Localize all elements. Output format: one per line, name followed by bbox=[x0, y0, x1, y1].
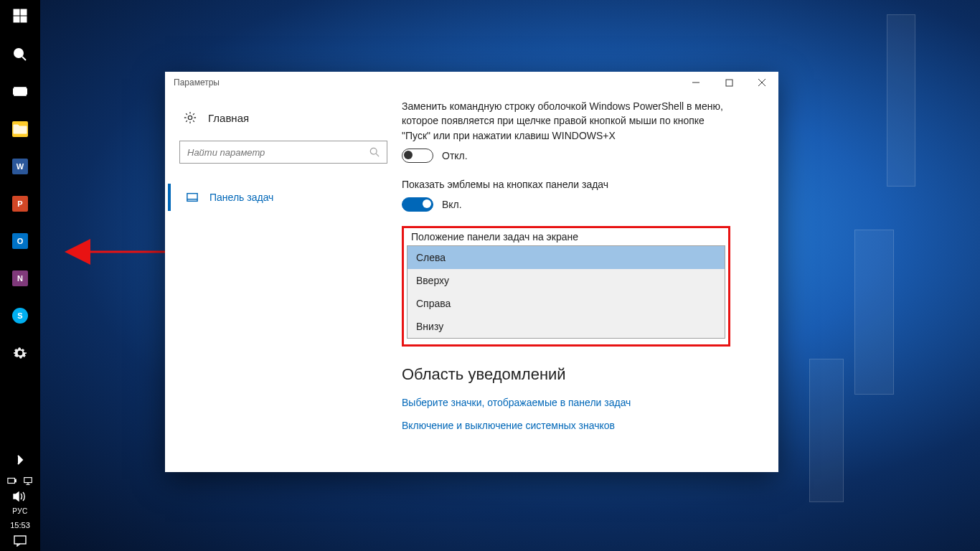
link-system-icons[interactable]: Включение и выключение системных значков bbox=[402, 420, 755, 431]
settings-sidebar: Главная Панель задач bbox=[165, 93, 402, 472]
svg-rect-25 bbox=[187, 194, 197, 202]
svg-rect-10 bbox=[15, 479, 17, 482]
desktop: W P O N S РУС bbox=[0, 0, 980, 551]
position-label: Положение панели задач на экране bbox=[407, 231, 725, 245]
word-icon: W bbox=[12, 159, 28, 174]
settings-window: Параметры Глав bbox=[165, 72, 778, 472]
onenote-button[interactable]: N bbox=[0, 264, 40, 293]
chevron-right-icon bbox=[13, 453, 27, 467]
task-view-button[interactable] bbox=[0, 77, 40, 106]
gear-icon bbox=[13, 346, 27, 360]
home-button[interactable]: Главная bbox=[179, 103, 387, 132]
minimize-button[interactable] bbox=[679, 72, 712, 93]
svg-marker-14 bbox=[14, 492, 19, 501]
setting-powershell: Заменить командную строку оболочкой Wind… bbox=[402, 99, 732, 163]
position-listbox[interactable]: Слева Вверху Справа Внизу bbox=[407, 245, 725, 339]
system-tray: РУС 15:53 bbox=[0, 470, 40, 551]
svg-rect-8 bbox=[26, 89, 27, 94]
svg-rect-15 bbox=[14, 536, 26, 544]
taskbar: W P O N S РУС bbox=[0, 0, 40, 551]
svg-rect-9 bbox=[8, 479, 15, 484]
svg-rect-3 bbox=[21, 17, 27, 22]
search-input[interactable] bbox=[187, 147, 369, 158]
skype-icon: S bbox=[12, 308, 28, 324]
taskbar-icon bbox=[187, 192, 198, 202]
titlebar[interactable]: Параметры bbox=[165, 72, 778, 93]
notification-area-heading: Область уведомлений bbox=[402, 365, 755, 384]
search-button[interactable] bbox=[0, 40, 40, 69]
setting-badges: Показать эмблемы на кнопках панели задач… bbox=[402, 177, 732, 212]
toggle-powershell[interactable] bbox=[402, 149, 433, 163]
svg-rect-2 bbox=[14, 17, 19, 22]
position-option-bottom[interactable]: Внизу bbox=[407, 315, 725, 338]
network-icon[interactable] bbox=[23, 476, 33, 486]
close-icon bbox=[758, 78, 766, 87]
action-center-icon[interactable] bbox=[14, 535, 27, 547]
outlook-icon: O bbox=[12, 233, 28, 249]
settings-app-button[interactable] bbox=[0, 339, 40, 367]
outlook-button[interactable]: O bbox=[0, 227, 40, 255]
toggle-badges-state: Вкл. bbox=[442, 199, 462, 210]
svg-point-22 bbox=[188, 116, 192, 119]
maximize-icon bbox=[725, 79, 733, 87]
task-view-icon bbox=[13, 85, 27, 99]
gear-icon bbox=[184, 111, 197, 124]
svg-rect-19 bbox=[726, 80, 732, 86]
word-button[interactable]: W bbox=[0, 152, 40, 181]
light-beam bbox=[854, 230, 894, 395]
settings-content: Заменить командную строку оболочкой Wind… bbox=[402, 93, 778, 472]
onenote-icon: N bbox=[12, 270, 28, 286]
skype-button[interactable]: S bbox=[0, 301, 40, 330]
svg-rect-6 bbox=[14, 88, 26, 95]
windows-icon bbox=[13, 9, 27, 23]
highlight-box: Положение панели задач на экране Слева В… bbox=[402, 226, 730, 347]
svg-rect-7 bbox=[13, 89, 14, 94]
powerpoint-button[interactable]: P bbox=[0, 189, 40, 218]
toggle-powershell-state: Откл. bbox=[442, 150, 468, 161]
window-title: Параметры bbox=[174, 77, 220, 88]
setting-powershell-label: Заменить командную строку оболочкой Wind… bbox=[402, 99, 732, 143]
position-option-left[interactable]: Слева bbox=[407, 246, 725, 269]
home-label: Главная bbox=[208, 112, 249, 124]
close-button[interactable] bbox=[745, 72, 778, 93]
search-box[interactable] bbox=[179, 141, 387, 164]
svg-line-5 bbox=[22, 57, 26, 60]
svg-rect-0 bbox=[14, 9, 19, 15]
svg-marker-17 bbox=[65, 239, 90, 265]
folder-icon bbox=[12, 121, 28, 137]
light-beam bbox=[887, 14, 915, 187]
battery-icon[interactable] bbox=[7, 476, 17, 486]
nav-taskbar-label: Панель задач bbox=[209, 192, 273, 203]
svg-point-4 bbox=[14, 49, 23, 57]
file-explorer-button[interactable] bbox=[0, 115, 40, 143]
svg-point-23 bbox=[370, 148, 377, 154]
maximize-button[interactable] bbox=[712, 72, 745, 93]
svg-rect-11 bbox=[24, 478, 32, 483]
toggle-badges[interactable] bbox=[402, 197, 433, 212]
search-icon bbox=[13, 47, 27, 62]
svg-rect-1 bbox=[21, 9, 27, 15]
volume-icon[interactable] bbox=[13, 491, 27, 501]
minimize-icon bbox=[692, 78, 700, 87]
clock[interactable]: 15:53 bbox=[10, 521, 30, 529]
search-icon bbox=[369, 147, 380, 157]
start-button[interactable] bbox=[0, 0, 40, 32]
light-beam bbox=[809, 359, 844, 502]
position-option-top[interactable]: Вверху bbox=[407, 269, 725, 292]
setting-badges-label: Показать эмблемы на кнопках панели задач bbox=[402, 177, 732, 192]
position-option-right[interactable]: Справа bbox=[407, 292, 725, 315]
link-select-icons[interactable]: Выберите значки, отображаемые в панели з… bbox=[402, 397, 755, 408]
language-indicator[interactable]: РУС bbox=[12, 507, 28, 515]
tray-overflow-button[interactable] bbox=[0, 450, 40, 470]
powerpoint-icon: P bbox=[12, 196, 28, 212]
svg-line-24 bbox=[376, 154, 379, 156]
nav-taskbar[interactable]: Панель задач bbox=[168, 184, 387, 211]
